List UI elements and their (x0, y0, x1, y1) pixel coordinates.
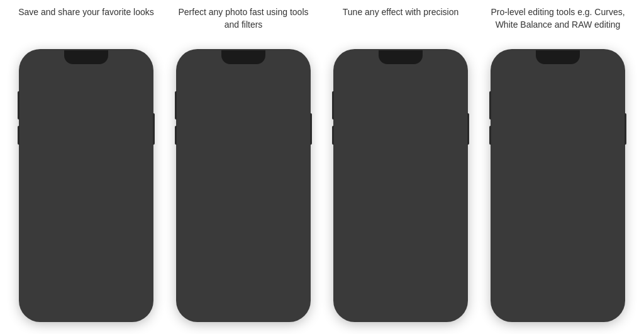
p2-screen: OPEN ⚡ ⋮ ≡ Tune Image (182, 55, 304, 316)
p4-topbar: ⧉ (497, 55, 619, 83)
perspective-label: Perspective (248, 203, 268, 207)
p4-photo (497, 83, 619, 294)
p3-screen: Blur Strength +27 ⧉ (340, 55, 462, 316)
p4-confirm-icon[interactable]: ✓ (603, 300, 611, 310)
thumb-1[interactable] (28, 263, 52, 287)
tool-bw[interactable]: ◧ Black & White (276, 269, 301, 292)
vintage-icon: ⌘ (281, 242, 295, 256)
tab-looks-2[interactable]: LOOKS (194, 304, 211, 310)
crop-label: Crop (194, 203, 203, 207)
selective-label: Selective (191, 230, 206, 234)
thumb-label-2: Push (53, 293, 77, 297)
tool-perspective[interactable]: ⬡ Perspective (246, 187, 271, 210)
perspective-icon: ⬡ (252, 187, 265, 201)
curves-svg (503, 94, 613, 284)
p4-eye-icon[interactable]: 👁 (553, 300, 562, 310)
p4-circles-icon[interactable]: ◉ (529, 300, 536, 310)
tool-grainy[interactable]: ⬚ Grainy Film (186, 269, 211, 292)
svg-point-20 (554, 189, 562, 196)
side-btn-vol-up-2 (175, 101, 177, 120)
p1-photo (25, 84, 147, 257)
p2-topbar: OPEN ⚡ ⋮ (182, 55, 304, 84)
white-balance-icon: ◱ (281, 160, 295, 174)
tool-glamour[interactable]: ✧ Glamour Glow (186, 242, 211, 265)
tune-image-icon: ≡ (192, 160, 206, 174)
tool-curves[interactable]: ⌒ Curves (246, 160, 271, 182)
side-btn-vol-up-1 (18, 101, 19, 120)
p1-thumbnails[interactable]: › (25, 257, 147, 292)
info-icon: i (122, 74, 130, 81)
caption-1: Save and share your favorite looks (12, 6, 160, 50)
tab-tools-2[interactable]: TOOLS (233, 304, 250, 311)
curves-label: Curves (252, 175, 264, 179)
p4-cancel-icon[interactable]: ✕ (505, 300, 513, 310)
compare-icon[interactable]: ⧉ (447, 77, 452, 85)
phone-section-1: Save and share your favorite looks OPEN … (8, 6, 165, 328)
side-btn-vol-down-4 (489, 126, 491, 145)
tool-healing[interactable]: ✦ Healing (246, 214, 271, 237)
tool-rotate[interactable]: ↻ Rotate (216, 187, 242, 210)
p2-tools-grid: ≡ Tune Image △ Details ⌒ Curves ◱ (182, 153, 304, 298)
svg-point-22 (508, 248, 513, 253)
main-container: Save and share your favorite looks OPEN … (0, 0, 644, 334)
expand-icon: ⬢ (281, 187, 295, 201)
drama-icon: ◈ (252, 242, 265, 256)
p2-topbar-icons: ⚡ ⋮ (279, 73, 298, 82)
side-btn-mute-4 (489, 91, 491, 104)
p3-selection-dot[interactable] (436, 275, 443, 281)
phone-screen-2: OPEN ⚡ ⋮ ≡ Tune Image (182, 55, 304, 316)
tool-hdr[interactable]: ◈ HDR Scape (276, 214, 301, 237)
tool-grunge[interactable]: ⊕ Grunge (246, 269, 271, 292)
tool-details[interactable]: △ Details (216, 160, 242, 182)
thumb-arrow[interactable]: › (132, 269, 145, 281)
side-btn-power-4 (625, 113, 626, 145)
menu-icon-2[interactable]: ⋮ (291, 73, 298, 82)
rotate-label: Rotate (223, 203, 234, 207)
p3-progress-bar (357, 73, 444, 75)
menu-icon[interactable]: ⋮ (133, 73, 141, 82)
tab-export-1[interactable]: EXPORT (115, 304, 136, 310)
tab-looks-1[interactable]: LOOKS (36, 304, 54, 311)
phone-section-3: Tune any effect with precision Blur Stre… (322, 6, 479, 328)
tool-drama[interactable]: ◈ Drama (246, 242, 271, 265)
tune-image-label: Tune Image (189, 175, 209, 179)
p3-circle-icon[interactable]: ◎ (373, 300, 380, 310)
phone-2: OPEN ⚡ ⋮ ≡ Tune Image (177, 50, 309, 321)
side-btn-mute-2 (175, 91, 177, 104)
tool-crop[interactable]: ⬜ Crop (186, 187, 211, 210)
tool-expand[interactable]: ⬢ Expand (276, 187, 301, 210)
p2-photo (182, 84, 304, 153)
tool-retrolix[interactable]: ⬦ Retrolix (216, 269, 242, 292)
phone-screen-4: ⧉ (497, 55, 619, 316)
thumb-4[interactable] (105, 263, 129, 287)
p3-confirm-icon[interactable]: ✓ (445, 300, 453, 310)
tool-tune-image[interactable]: ≡ Tune Image (186, 160, 211, 182)
glamour-label: Glamour Glow (187, 257, 211, 262)
phone-screen-1: OPEN ⚡ i ⋮ (25, 55, 147, 316)
tab-tools-1[interactable]: TOOLS (76, 304, 93, 310)
tool-brush[interactable]: ✏ Brush (216, 214, 242, 237)
p3-cancel-icon[interactable]: ✕ (348, 300, 356, 310)
caption-4: Pro-level editing tools e.g. Curves, Whi… (479, 6, 636, 50)
selective-icon: ◎ (192, 214, 206, 228)
p4-cloud-icon[interactable]: ☁ (578, 300, 587, 310)
p1-open-btn[interactable]: OPEN (31, 75, 47, 81)
tool-white-balance[interactable]: ◱ White Balance (276, 160, 301, 182)
rotate-icon: ↻ (221, 187, 235, 201)
p2-open-btn[interactable]: OPEN (189, 75, 204, 81)
p3-sliders-icon[interactable]: ≡ (397, 300, 402, 310)
tool-tonal[interactable]: ◐ Tonal Contrast (216, 242, 242, 265)
tool-vintage[interactable]: ⌘ Vintage (276, 242, 301, 265)
phone-screen-3: Blur Strength +27 ⧉ (340, 55, 462, 316)
tab-export-2[interactable]: EXPORT (272, 304, 293, 310)
tool-selective[interactable]: ◎ Selective (186, 214, 211, 237)
compare-icon-4[interactable]: ⧉ (608, 73, 613, 81)
crop-icon: ⬜ (192, 187, 206, 201)
p3-selection-circle[interactable] (375, 164, 426, 214)
thumb-3[interactable] (79, 263, 103, 287)
side-btn-vol-down-2 (175, 126, 177, 145)
thumb-2[interactable] (53, 263, 77, 287)
p3-mask-icon[interactable]: ☁ (419, 300, 428, 310)
grainy-label: Grainy Film (189, 284, 208, 289)
p3-photo (340, 85, 462, 294)
